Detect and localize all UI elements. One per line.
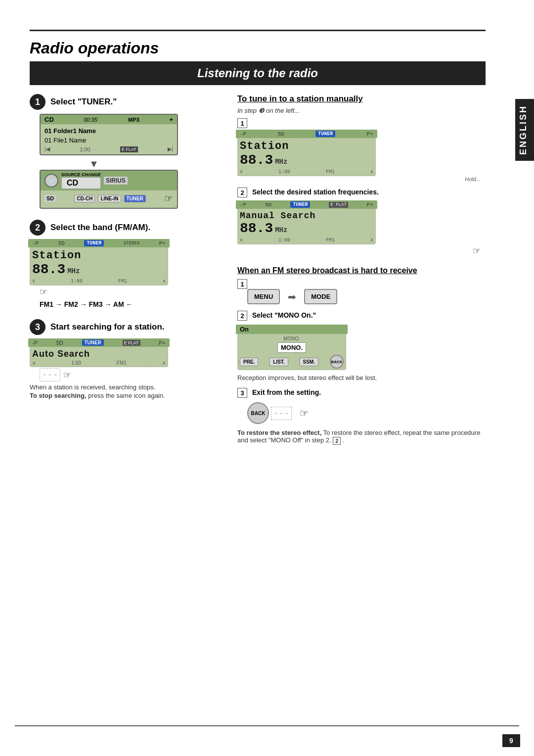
step-2-block: 2 Select the band (FM/AM). -P 5D TUNER S… bbox=[30, 220, 222, 308]
bottom-divider bbox=[15, 725, 519, 726]
cd-badge: CD bbox=[44, 116, 54, 123]
right-p-btn[interactable]: P+ bbox=[159, 240, 166, 246]
ml-station-text: Station bbox=[240, 140, 373, 152]
ms-flat: E FLAT bbox=[329, 202, 348, 208]
stop-note: To stop searching, press the same icon a… bbox=[30, 392, 222, 399]
language-tab: ENGLISH bbox=[515, 99, 534, 161]
manual-step-1: 1 -P 5D TUNER P+ Station 88.3 MHz bbox=[237, 118, 486, 182]
tuner-badge-3: TUNER bbox=[82, 339, 104, 346]
list-btn[interactable]: LIST. bbox=[269, 358, 288, 366]
back-circle-btn[interactable]: BACK bbox=[330, 355, 344, 369]
ssm-btn[interactable]: SSM. bbox=[300, 358, 318, 366]
ms-freq: 88.3 bbox=[240, 221, 273, 236]
ms-p-btn[interactable]: -P bbox=[240, 202, 246, 208]
restore-text: To restore the stereo effect, To restore… bbox=[237, 429, 486, 445]
menu-btn[interactable]: MENU bbox=[247, 289, 280, 304]
eflat-badge: E FLAT bbox=[120, 146, 138, 152]
step-1-label: Select "TUNER." bbox=[50, 97, 117, 107]
page-title: Radio operations bbox=[30, 39, 486, 57]
chevron-3-right: ∧ bbox=[162, 360, 166, 366]
page-number: 9 bbox=[502, 734, 520, 747]
channel-num: 5D bbox=[58, 240, 65, 246]
pre-btn[interactable]: PRE. bbox=[240, 358, 258, 366]
cd-main-btn[interactable]: CD bbox=[61, 177, 101, 189]
step-3-label: Start searching for a station. bbox=[50, 322, 165, 332]
band-sequence: FM1 → FM2 → FM3 → AM ← bbox=[40, 300, 222, 308]
finger-icon-2: ☞ bbox=[40, 286, 222, 297]
mode-btn[interactable]: MODE bbox=[304, 289, 337, 304]
fm-indicator: FM1 bbox=[118, 279, 127, 284]
mono-on-value: On bbox=[240, 326, 249, 333]
left-p-btn[interactable]: -P bbox=[32, 240, 39, 246]
line-in-btn[interactable]: LINE-IN bbox=[98, 195, 121, 202]
step-2-circle: 2 bbox=[30, 220, 45, 236]
auto-search-display: -P 5D TUNER E FLAT P+ Auto Search ∨ 1:00… bbox=[30, 339, 168, 367]
cd-ch-btn[interactable]: CD-CH bbox=[74, 195, 95, 202]
chevron-down-left: ∨ bbox=[32, 278, 35, 284]
fm-step-2-label: Select "MONO On." bbox=[252, 311, 316, 319]
fm-step-3-label: Exit from the setting. bbox=[252, 388, 321, 396]
station-text: Station bbox=[32, 249, 166, 262]
chevron-3-left: ∨ bbox=[32, 360, 36, 366]
finger-icon-ms: ☞ bbox=[237, 245, 481, 256]
tuner-btn[interactable]: TUNER bbox=[124, 195, 146, 202]
source-display: 💿 SOURCE CHANGE CD SIRIUS SD CD-CH LINE-… bbox=[40, 170, 178, 209]
sd-btn[interactable]: SD bbox=[44, 195, 56, 202]
mono-on-btn[interactable]: MONO. bbox=[277, 342, 306, 353]
top-divider bbox=[30, 30, 486, 31]
cd-icon-circle: 💿 bbox=[44, 174, 58, 188]
arrow-right-icon: ➡ bbox=[288, 291, 296, 303]
fm-hard-title: When an FM stereo broadcast is hard to r… bbox=[237, 266, 486, 275]
mono-display: On MONO. MONO. PRE. LIST. SSM. BACK bbox=[237, 325, 346, 370]
next-btn[interactable]: ▶| bbox=[168, 146, 173, 152]
fm-3: FM1 bbox=[117, 360, 127, 366]
time-display: 1:00 bbox=[71, 279, 83, 284]
stereo-flat: STEREO bbox=[124, 241, 139, 246]
fm-step-1: 1 MENU ➡ MODE bbox=[237, 279, 486, 304]
ml-time: 1:00 bbox=[278, 169, 290, 175]
step-1-block: 1 Select "TUNER." CD 00:35' MP3 + 01 Fol… bbox=[30, 94, 222, 209]
reception-text: Reception improves, but stereo effect wi… bbox=[237, 374, 486, 381]
fm-stereo-section: When an FM stereo broadcast is hard to r… bbox=[237, 266, 486, 445]
stop-note-bold: To stop searching, bbox=[30, 392, 87, 399]
plus-btn[interactable]: + bbox=[169, 116, 173, 123]
manual-station-display: -P 5D TUNER P+ Station 88.3 MHz ∨ 1:00 bbox=[237, 130, 376, 176]
cd-time: 00:35' bbox=[84, 117, 98, 123]
left-p-btn-3[interactable]: -P bbox=[32, 340, 38, 346]
ml-chev-r: ∧ bbox=[370, 169, 373, 175]
ml-chev-l: ∨ bbox=[240, 169, 243, 175]
ms-chev-l: ∨ bbox=[240, 237, 243, 243]
prev-btn[interactable]: |◀ bbox=[44, 146, 50, 152]
mp3-badge: MP3 bbox=[128, 117, 139, 123]
back-btn[interactable]: BACK bbox=[247, 402, 269, 424]
step-1-circle: 1 bbox=[30, 94, 45, 110]
manual-search-display: -P 5D TUNER E FLAT P+ Manual Search 88.3… bbox=[237, 201, 376, 244]
ms-chev-r: ∧ bbox=[370, 237, 373, 243]
hold-text: Hold... bbox=[346, 176, 481, 182]
ms-mhz: MHz bbox=[275, 226, 287, 234]
tuner-badge: TUNER bbox=[84, 240, 104, 246]
section-header: Listening to the radio bbox=[30, 61, 486, 85]
manual-step-1-num: 1 bbox=[237, 118, 247, 128]
stop-note-text: press the same icon again. bbox=[88, 392, 165, 399]
mhz-unit: MHz bbox=[67, 267, 80, 275]
mono-label: MONO. bbox=[240, 336, 344, 341]
fm-step-2-num: 2 bbox=[237, 311, 247, 321]
manual-step-2-num: 2 bbox=[237, 188, 247, 197]
fm-step-3-num: 3 bbox=[237, 388, 247, 398]
right-p-btn-3[interactable]: P+ bbox=[159, 340, 166, 346]
ml-fm: FM1 bbox=[326, 169, 335, 175]
flat-badge-3: E FLAT bbox=[123, 340, 140, 346]
ms-r-btn[interactable]: P+ bbox=[367, 202, 373, 208]
step-3-circle: 3 bbox=[30, 319, 45, 335]
ml-p-btn[interactable]: -P bbox=[240, 131, 246, 137]
tuner-station-display: -P 5D TUNER STEREO P+ Station 88.3 MHz ∨… bbox=[30, 239, 168, 285]
playback-time: 1:00 bbox=[80, 146, 90, 152]
step-3-block: 3 Start searching for a station. -P 5D T… bbox=[30, 319, 222, 399]
ml-channel: 5D bbox=[278, 131, 284, 137]
sirius-btn[interactable]: SIRIUS bbox=[104, 177, 128, 185]
ml-r-btn[interactable]: P+ bbox=[367, 131, 373, 137]
source-change-label: SOURCE CHANGE bbox=[61, 172, 101, 177]
manual-title: To tune in to a station manually bbox=[237, 94, 486, 104]
manual-step-2-label: Select the desired station frequencies. bbox=[252, 188, 379, 196]
